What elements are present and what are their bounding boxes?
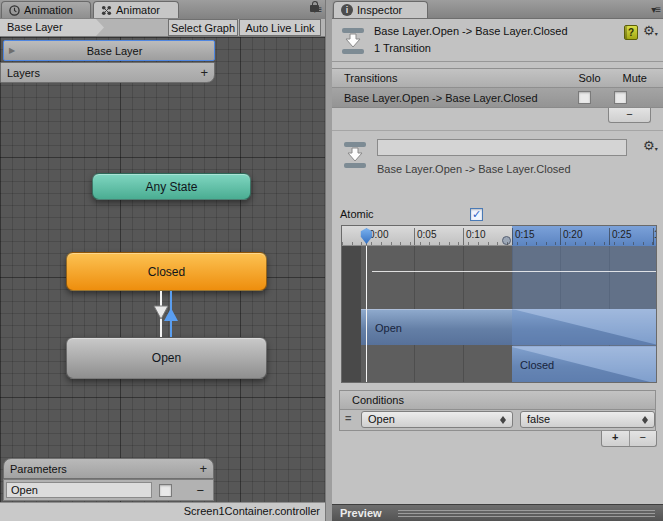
- transition-detail-block: ⚙▾ Base Layer.Open -> Base Layer.Closed: [332, 130, 663, 207]
- preview-bar[interactable]: Preview: [332, 504, 663, 521]
- atomic-row: Atomic ✓: [332, 207, 663, 224]
- clock-icon: [9, 5, 20, 16]
- inspector-panel: i Inspector ▾≡ Base Layer.Open -> Base L…: [332, 0, 663, 521]
- state-node-label: Open: [152, 351, 181, 365]
- transitions-section-header: Transitions Solo Mute: [332, 68, 663, 88]
- gear-icon: ⚙: [643, 23, 655, 38]
- atomic-checkbox[interactable]: ✓: [470, 208, 483, 221]
- tab-inspector[interactable]: i Inspector: [333, 1, 428, 18]
- transition-arrowhead-down-icon[interactable]: [154, 306, 168, 319]
- remove-condition-button[interactable]: −: [630, 431, 657, 446]
- transition-start-handle[interactable]: [502, 236, 511, 245]
- tick-label: 0:10: [466, 229, 485, 240]
- transition-row-label: Base Layer.Open -> Base Layer.Closed: [344, 92, 538, 104]
- parameter-value-checkbox[interactable]: [159, 484, 172, 497]
- state-node-any-state[interactable]: Any State: [92, 173, 251, 200]
- tick-label: 1: [654, 229, 657, 240]
- tick-label: 0:05: [417, 229, 436, 240]
- controller-status-bar: Screen1Container.controller: [0, 502, 325, 521]
- inspector-title: Base Layer.Open -> Base Layer.Closed: [374, 25, 568, 37]
- condition-row: = Open false: [339, 410, 656, 431]
- remove-parameter-button[interactable]: −: [196, 484, 204, 497]
- gear-dropdown-arrow-icon: ▾: [655, 31, 658, 37]
- select-graph-button[interactable]: Select Graph: [168, 19, 238, 36]
- conditions-header-label: Conditions: [352, 394, 404, 406]
- atomic-label: Atomic: [340, 208, 374, 220]
- state-node-label: Any State: [145, 180, 197, 194]
- tab-animation[interactable]: Animation: [1, 1, 91, 18]
- condition-value: false: [527, 413, 550, 425]
- animator-toolbar: Base Layer Select Graph Auto Live Link: [0, 19, 325, 37]
- solo-checkbox[interactable]: [578, 91, 591, 104]
- unity-editor: { "icons": { "menu_glyph": "▾≡", "gear_g…: [0, 0, 663, 521]
- condition-value-dropdown[interactable]: false: [520, 411, 655, 428]
- layer-row-base-layer[interactable]: ▶ Base Layer: [3, 40, 215, 61]
- dropdown-arrows-icon: [642, 415, 649, 425]
- transition-list-row[interactable]: Base Layer.Open -> Base Layer.Closed: [332, 88, 663, 108]
- parameters-header: Parameters +: [3, 458, 214, 479]
- panel-divider[interactable]: [325, 0, 332, 521]
- inspector-subtitle: 1 Transition: [374, 42, 431, 54]
- condition-parameter-dropdown[interactable]: Open: [361, 411, 513, 428]
- add-parameter-button[interactable]: +: [199, 462, 207, 475]
- transition-name-input[interactable]: [377, 139, 627, 156]
- detail-gear-menu-icon[interactable]: ⚙▾: [643, 139, 658, 152]
- animator-panel: Animation Animator ▾≡ Base Layer Select …: [0, 0, 325, 521]
- inspector-tabbar: i Inspector ▾≡: [332, 0, 663, 19]
- preview-drag-handle-icon[interactable]: [398, 510, 655, 517]
- animator-tabbar: Animation Animator ▾≡: [0, 0, 325, 20]
- layers-header: Layers +: [0, 62, 215, 83]
- inspector-menu-icon[interactable]: ▾≡: [651, 4, 660, 15]
- parameter-row: −: [3, 479, 214, 501]
- inspector-header: Base Layer.Open -> Base Layer.Closed 1 T…: [332, 18, 663, 62]
- solo-column-label: Solo: [579, 72, 601, 84]
- tab-inspector-label: Inspector: [357, 4, 402, 16]
- condition-drag-handle[interactable]: =: [345, 412, 351, 424]
- tab-animator[interactable]: Animator: [93, 1, 179, 18]
- animator-icon: [101, 5, 112, 16]
- preview-label: Preview: [340, 507, 382, 519]
- help-icon[interactable]: ?: [624, 25, 638, 40]
- state-node-label: Closed: [148, 265, 185, 279]
- timeline-left-gutter: [342, 246, 361, 382]
- parameter-name-input[interactable]: [6, 482, 152, 498]
- layer-row-label: Base Layer: [15, 45, 214, 57]
- transitions-header-label: Transitions: [344, 72, 579, 84]
- transition-icon: [341, 26, 365, 56]
- transition-timeline[interactable]: Open Closed 0:00 0:05 0:10 0:15 0:20 0:2…: [341, 225, 657, 383]
- conditions-buttons: + −: [601, 431, 657, 447]
- state-node-open[interactable]: Open: [66, 337, 267, 379]
- parameters-header-label: Parameters: [10, 463, 199, 475]
- breadcrumb[interactable]: Base Layer: [0, 19, 104, 36]
- tick-label: 0:20: [563, 229, 582, 240]
- remove-transition-button[interactable]: −: [608, 108, 651, 123]
- tick-label: 0:15: [515, 229, 534, 240]
- condition-parameter-value: Open: [368, 413, 395, 425]
- mute-checkbox[interactable]: [614, 91, 627, 104]
- gear-dropdown-arrow-icon: ▾: [655, 146, 658, 152]
- gear-menu-icon[interactable]: ⚙▾: [643, 24, 658, 37]
- add-layer-button[interactable]: +: [200, 66, 208, 79]
- timeline-ruler[interactable]: 0:00 0:05 0:10 0:15 0:20 0:25 1: [342, 226, 656, 246]
- transition-detail-label: Base Layer.Open -> Base Layer.Closed: [377, 163, 571, 175]
- clip-label: Open: [375, 322, 402, 334]
- conditions-section-header: Conditions: [339, 390, 656, 410]
- tick-label: 0:25: [612, 229, 631, 240]
- animator-graph[interactable]: ▶ Base Layer Layers + Any State Closed O…: [0, 37, 325, 502]
- info-icon: i: [341, 4, 353, 16]
- lock-icon[interactable]: [310, 5, 319, 12]
- auto-live-link-button[interactable]: Auto Live Link: [239, 19, 321, 36]
- tab-animator-label: Animator: [116, 4, 160, 16]
- add-condition-button[interactable]: +: [602, 431, 630, 446]
- tab-animation-label: Animation: [24, 4, 73, 16]
- playhead-line[interactable]: [366, 246, 367, 382]
- state-node-closed[interactable]: Closed: [66, 252, 267, 291]
- layers-header-label: Layers: [7, 67, 200, 79]
- transition-arrows: [147, 291, 189, 337]
- clip-label: Closed: [520, 359, 554, 371]
- dropdown-arrows-icon: [500, 415, 507, 425]
- mute-column-label: Mute: [623, 72, 647, 84]
- transition-icon: [343, 140, 367, 170]
- gear-icon: ⚙: [643, 138, 655, 153]
- blend-weight-line: [372, 271, 656, 272]
